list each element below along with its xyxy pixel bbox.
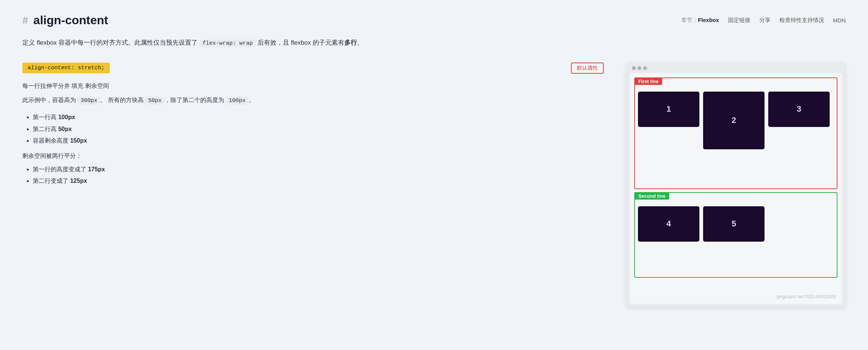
browser-mockup: First line 1 2 3 Second line 4 bbox=[626, 63, 846, 308]
code-50px: 50px bbox=[145, 97, 165, 105]
css-badge: align-content: stretch; bbox=[22, 63, 110, 73]
list-item: 容器剩余高度 150px bbox=[33, 136, 604, 146]
share-link[interactable]: 分享 bbox=[759, 17, 770, 24]
css-badge-row: align-content: stretch; 默认属性 bbox=[22, 63, 604, 74]
flex-item-2: 2 bbox=[703, 92, 765, 149]
main-content: align-content: stretch; 默认属性 每一行拉伸平分并 填充… bbox=[22, 63, 846, 308]
list-item: 第二行高 50px bbox=[33, 124, 604, 134]
watermark: qingruanit.net 0532-85025005 bbox=[634, 294, 837, 299]
browser-dots bbox=[632, 66, 647, 70]
default-badge: 默认属性 bbox=[571, 63, 604, 74]
first-line-row: First line 1 2 3 bbox=[634, 77, 837, 189]
flex-demo-outer: First line 1 2 3 Second line 4 bbox=[634, 77, 837, 291]
second-line-row: Second line 4 5 bbox=[634, 192, 837, 278]
browser-toolbar bbox=[626, 63, 846, 73]
left-panel: align-content: stretch; 默认属性 每一行拉伸平分并 填充… bbox=[22, 63, 604, 192]
flex-item-3: 3 bbox=[768, 92, 830, 127]
browser-dot-3 bbox=[643, 66, 647, 70]
title-row: # align-content bbox=[22, 13, 108, 27]
second-line-label: Second line bbox=[635, 192, 669, 200]
section-desc-container: 此示例中，容器高为 300px。 所有的方块高 50px，除了第二个的高度为 1… bbox=[22, 95, 604, 106]
browser-dot-2 bbox=[638, 66, 641, 70]
flex-item-4: 4 bbox=[638, 206, 699, 242]
remaining-text: 剩余空间被两行平分： bbox=[22, 152, 604, 160]
first-line-label: First line bbox=[635, 78, 662, 85]
bullet-list-1: 第一行高 100px 第二行高 50px 容器剩余高度 150px bbox=[22, 112, 604, 146]
chapter-label: 章节：Flexbox bbox=[681, 17, 719, 24]
list-item: 第一行高 100px bbox=[33, 112, 604, 122]
list-item: 第二行变成了 125px bbox=[33, 176, 604, 186]
header: # align-content 章节：Flexbox 固定链接 分享 检查特性支… bbox=[22, 13, 846, 27]
flex-item-5: 5 bbox=[703, 206, 765, 242]
fixed-link[interactable]: 固定链接 bbox=[728, 17, 750, 24]
right-panel: First line 1 2 3 Second line 4 bbox=[626, 63, 846, 308]
code-100px: 100px bbox=[226, 97, 249, 105]
flex-item-1: 1 bbox=[638, 92, 699, 127]
flex-items-row-1: 1 2 3 bbox=[638, 81, 834, 149]
flex-items-row-2: 4 5 bbox=[638, 196, 834, 242]
list-item: 第一行的高度变成了 175px bbox=[33, 165, 604, 174]
header-nav: 章节：Flexbox 固定链接 分享 检查特性支持情况 MDN bbox=[681, 17, 846, 24]
browser-content: First line 1 2 3 Second line 4 bbox=[630, 73, 842, 304]
page-container: # align-content 章节：Flexbox 固定链接 分享 检查特性支… bbox=[0, 0, 868, 322]
check-support-link[interactable]: 检查特性支持情况 bbox=[779, 17, 824, 24]
hash-icon: # bbox=[22, 15, 28, 26]
section-title-stretch: 每一行拉伸平分并 填充 剩余空间 bbox=[22, 81, 604, 91]
code-300px: 300px bbox=[77, 97, 100, 105]
page-title: align-content bbox=[33, 13, 108, 27]
description: 定义 flexbox 容器中每一行的对齐方式。此属性仅当预先设置了 flex-w… bbox=[22, 38, 846, 48]
code-flex-wrap: flex-wrap: wrap bbox=[200, 39, 256, 47]
browser-dot-1 bbox=[632, 66, 636, 70]
mdn-link[interactable]: MDN bbox=[833, 17, 846, 23]
bullet-list-2: 第一行的高度变成了 175px 第二行变成了 125px bbox=[22, 165, 604, 186]
